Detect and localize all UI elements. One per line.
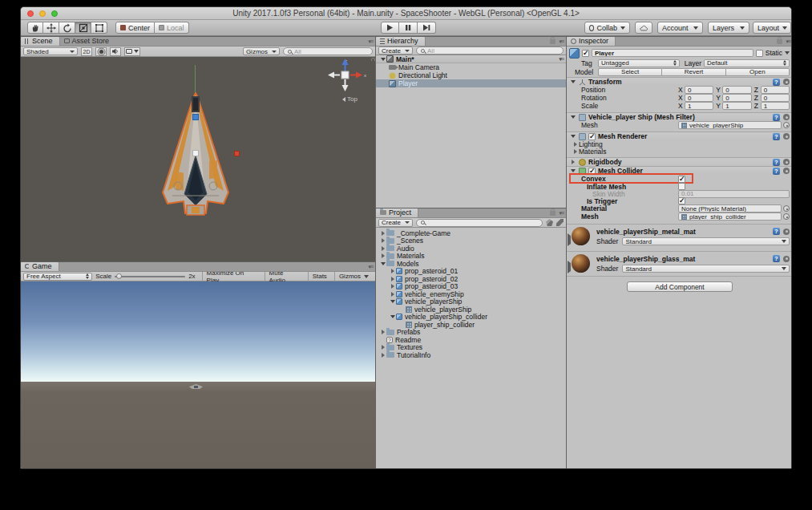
project-item-model[interactable]: prop_asteroid_01 — [376, 268, 566, 276]
project-item-folder[interactable]: Textures — [376, 344, 566, 352]
panel-menu-icon[interactable]: ▾≡ — [559, 210, 564, 216]
scale-z-field[interactable]: 1 — [761, 102, 790, 110]
project-item-folder[interactable]: Models — [376, 260, 566, 268]
search-by-label-icon[interactable] — [556, 219, 564, 226]
mute-audio-button[interactable]: Mute Audio — [265, 271, 305, 281]
search-by-type-icon[interactable] — [546, 219, 553, 226]
position-x-field[interactable]: 0 — [685, 86, 713, 94]
rotate-tool-button[interactable] — [59, 22, 75, 34]
materials-foldout[interactable]: Materials — [567, 148, 792, 155]
2d-toggle-button[interactable]: 2D — [81, 47, 92, 56]
scale-x-field[interactable]: 1 — [685, 102, 713, 110]
help-icon[interactable] — [773, 79, 780, 86]
rect-tool-button[interactable] — [91, 22, 107, 34]
tab-hierarchy[interactable]: Hierarchy — [376, 36, 426, 46]
orientation-label[interactable]: Top — [342, 95, 358, 103]
help-icon[interactable] — [773, 133, 780, 140]
project-item-readme[interactable]: Readme — [376, 336, 566, 344]
mesh-collider-header[interactable]: Mesh Collider — [567, 166, 792, 175]
expander-right-icon[interactable] — [568, 261, 571, 273]
account-button[interactable]: Account — [657, 22, 703, 34]
hierarchy-search-input[interactable]: All — [416, 47, 564, 55]
hierarchy-scene-row[interactable]: Main* ▾≡ — [376, 55, 566, 63]
pivot-center-button[interactable]: Center — [115, 22, 155, 34]
gear-icon[interactable] — [783, 159, 790, 165]
rotation-y-field[interactable]: 0 — [722, 94, 751, 102]
hierarchy-item-player[interactable]: Player — [376, 79, 566, 87]
gear-icon[interactable] — [783, 256, 790, 262]
position-z-field[interactable]: 0 — [761, 86, 790, 94]
scene-viewport[interactable]: z x Top — [21, 57, 375, 261]
gear-icon[interactable] — [783, 79, 790, 85]
model-open-button[interactable]: Open — [726, 68, 790, 76]
object-picker-icon[interactable] — [783, 205, 790, 212]
expander-down-icon[interactable] — [571, 115, 576, 119]
mesh-renderer-enabled-checkbox[interactable] — [588, 133, 596, 140]
panel-menu-icon[interactable]: ▾≡ — [559, 38, 564, 44]
active-checkbox[interactable] — [582, 50, 589, 57]
move-handle-blue[interactable] — [192, 114, 199, 120]
skin-width-field[interactable]: 0.01 — [678, 190, 790, 198]
object-picker-icon[interactable] — [783, 122, 790, 128]
tag-dropdown[interactable]: Untagged — [598, 59, 680, 67]
model-revert-button[interactable]: Revert — [662, 68, 725, 76]
maximize-on-play-button[interactable]: Maximize On Play — [202, 271, 261, 281]
scene-menu-icon[interactable]: ▾≡ — [559, 56, 564, 62]
project-search-input[interactable] — [416, 219, 543, 227]
panel-menu-icon[interactable]: ▾≡ — [786, 38, 790, 44]
collab-button[interactable]: Collab — [584, 22, 630, 34]
slider-thumb[interactable] — [116, 273, 122, 279]
shading-mode-dropdown[interactable]: Shaded — [23, 47, 78, 55]
shader-dropdown[interactable]: Standard — [622, 237, 790, 245]
project-item-mesh[interactable]: vehicle_playerShip — [376, 306, 566, 314]
tab-asset-store[interactable]: Asset Store — [60, 36, 116, 46]
mesh-collider-enabled-checkbox[interactable] — [588, 168, 596, 175]
project-item-folder[interactable]: _Complete-Game — [376, 229, 566, 237]
physic-material-field[interactable]: None (Physic Material) — [678, 204, 782, 212]
help-icon[interactable] — [773, 168, 780, 175]
aspect-dropdown[interactable]: Free Aspect — [23, 273, 92, 281]
layer-dropdown[interactable]: Default — [704, 59, 790, 67]
project-item-mesh[interactable]: player_ship_collider — [376, 321, 566, 329]
project-item-folder[interactable]: TutorialInfo — [376, 351, 566, 359]
project-item-model[interactable]: vehicle_enemyShip — [376, 290, 566, 298]
collider-mesh-field[interactable]: player_ship_collider — [678, 212, 782, 221]
expander-down-icon[interactable] — [571, 80, 576, 83]
expander-right-icon[interactable] — [568, 233, 571, 246]
model-select-button[interactable]: Select — [598, 68, 662, 76]
hierarchy-item-main-camera[interactable]: Main Camera — [376, 63, 566, 71]
gear-icon[interactable] — [783, 168, 790, 174]
mesh-renderer-header[interactable]: Mesh Renderer — [567, 132, 792, 140]
help-icon[interactable] — [773, 228, 780, 235]
rotation-local-button[interactable]: Local — [155, 22, 189, 34]
project-item-model[interactable]: vehicle_playerShip_collider — [376, 314, 566, 322]
project-item-folder[interactable]: Prefabs — [376, 329, 566, 337]
help-icon[interactable] — [773, 159, 780, 166]
move-tool-button[interactable] — [43, 22, 59, 34]
orientation-gizmo[interactable]: z x — [325, 57, 367, 95]
layers-button[interactable]: Layers — [708, 22, 749, 34]
static-checkbox[interactable] — [756, 50, 763, 57]
project-item-folder[interactable]: _Scenes — [376, 237, 566, 245]
lock-icon[interactable] — [550, 211, 555, 216]
help-icon[interactable] — [773, 114, 780, 121]
tab-scene[interactable]: Scene — [21, 36, 60, 46]
scale-slider[interactable] — [115, 276, 185, 277]
audio-toggle-button[interactable] — [110, 47, 121, 56]
lock-icon[interactable] — [777, 39, 782, 44]
game-viewport[interactable] — [21, 281, 375, 469]
minimize-window-button[interactable] — [39, 10, 46, 17]
project-item-folder[interactable]: Audio — [376, 245, 566, 253]
mesh-filter-header[interactable]: Vehicle_player Ship (Mesh Filter) — [567, 112, 792, 121]
project-item-folder[interactable]: Materials — [376, 253, 566, 261]
scale-tool-button[interactable] — [75, 22, 91, 34]
mesh-object-field[interactable]: vehicle_playerShip — [678, 121, 782, 129]
help-icon[interactable] — [773, 255, 780, 262]
add-component-button[interactable]: Add Component — [627, 281, 733, 292]
step-button[interactable] — [418, 22, 436, 34]
stats-button[interactable]: Stats — [308, 271, 331, 281]
game-gizmos-dropdown[interactable]: Gizmos — [334, 271, 373, 281]
close-window-button[interactable] — [27, 10, 34, 17]
position-y-field[interactable]: 0 — [722, 86, 751, 94]
inflate-mesh-checkbox[interactable] — [678, 183, 685, 190]
